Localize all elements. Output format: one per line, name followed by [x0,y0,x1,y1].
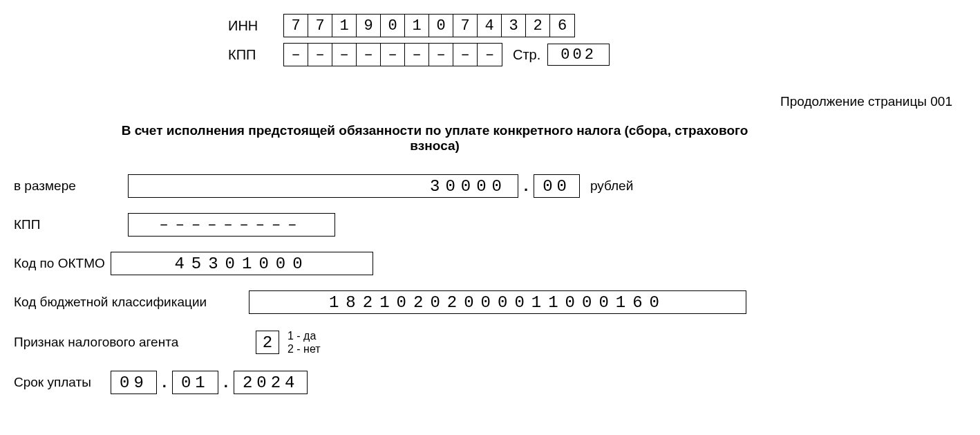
inn-digit: 7 [308,15,332,37]
inn-digit: 7 [453,15,478,37]
kpp-digit: – [357,44,381,66]
kpp-digit: – [308,44,332,66]
amount-integer: 30000 [128,174,518,198]
deadline-sep2: . [224,373,228,391]
kpp-digit: – [284,44,308,66]
inn-digit: 4 [478,15,502,37]
page-label: Стр. [513,47,540,63]
inn-cells: 7 7 1 9 0 1 0 7 4 3 2 6 [283,14,575,37]
kpp-label: КПП [228,47,283,63]
kpp-cells: – – – – – – – – – [283,43,502,66]
deadline-year: 2024 [234,371,308,394]
agent-label: Признак налогового агента [14,335,256,350]
kpp-digit: – [429,44,453,66]
deadline-sep1: . [162,373,167,391]
kpp-digit: – [478,44,502,66]
inn-digit: 0 [429,15,453,37]
deadline-row: Срок уплаты 09 . 01 . 2024 [14,371,966,394]
kbk-row: Код бюджетной классификации 182102020000… [14,290,966,314]
deadline-label: Срок уплаты [14,375,111,390]
inn-row: ИНН 7 7 1 9 0 1 0 7 4 3 2 6 [228,14,966,37]
amount-unit: рублей [590,178,633,194]
amount-decimal: 00 [534,174,580,198]
agent-legend: 1 - да 2 - нет [288,329,321,355]
kbk-value: 18210202000011000160 [249,290,746,314]
kpp2-value: ––––––––– [128,213,335,237]
kbk-label: Код бюджетной классификации [14,295,249,310]
inn-digit: 1 [405,15,429,37]
inn-digit: 2 [526,15,550,37]
inn-digit: 0 [381,15,405,37]
page-number: 002 [547,44,610,66]
oktmo-value: 45301000 [111,252,373,275]
agent-value: 2 [256,331,279,354]
kpp2-row: КПП ––––––––– [14,213,966,237]
kpp-digit: – [332,44,357,66]
inn-digit: 6 [550,15,574,37]
agent-legend-no: 2 - нет [288,342,321,355]
kpp-digit: – [381,44,405,66]
oktmo-row: Код по ОКТМО 45301000 [14,252,966,275]
kpp2-label: КПП [14,217,128,232]
kpp-row: КПП – – – – – – – – – Стр. 002 [228,43,966,66]
amount-label: в размере [14,178,128,194]
amount-row: в размере 30000 . 00 рублей [14,174,966,198]
agent-legend-yes: 1 - да [288,329,321,342]
deadline-month: 01 [172,371,218,394]
inn-digit: 9 [357,15,381,37]
amount-separator: . [524,177,528,195]
deadline-day: 09 [111,371,157,394]
kpp-digit: – [405,44,429,66]
inn-digit: 7 [284,15,308,37]
kpp-digit: – [453,44,478,66]
section-title: В счет исполнения предстоящей обязанност… [111,123,759,154]
inn-digit: 1 [332,15,357,37]
inn-digit: 3 [502,15,526,37]
continuation-text: Продолжение страницы 001 [14,94,952,109]
inn-label: ИНН [228,18,283,34]
agent-row: Признак налогового агента 2 1 - да 2 - н… [14,329,966,355]
